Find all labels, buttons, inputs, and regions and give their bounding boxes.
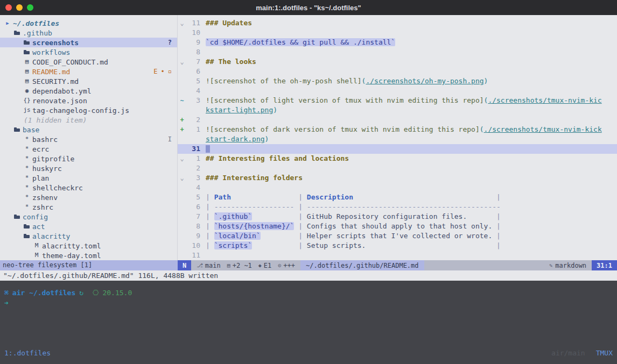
- editor-line[interactable]: ~3![screenshot of light version of tmux …: [178, 96, 617, 105]
- line-text: | `scripts` | Setup scripts. |: [206, 241, 617, 251]
- editor-buffer[interactable]: ⌄11### Updates109`cd $HOME/.dotfiles && …: [178, 15, 617, 260]
- traffic-lights: [5, 4, 33, 11]
- close-button[interactable]: [5, 4, 12, 11]
- folder-open-icon: [13, 28, 22, 38]
- text-segment: ### Interesting folders: [206, 174, 303, 182]
- tree-item-theme-day.toml[interactable]: Mtheme-day.toml: [0, 251, 177, 260]
- text-segment: start-dark.png: [206, 135, 265, 143]
- editor-line[interactable]: 10: [178, 28, 617, 38]
- text-segment: [252, 212, 298, 220]
- editor-line[interactable]: 7| `.github` | GitHub Repository configu…: [178, 212, 617, 222]
- editor-line[interactable]: +2: [178, 115, 617, 125]
- tree-item-label: gitprofile: [31, 155, 74, 163]
- editor-line[interactable]: 4: [178, 183, 617, 192]
- statusline-file-path: ~/.dotfiles/.github/README.md: [300, 260, 424, 270]
- line-text: ### Updates: [206, 18, 617, 28]
- gutter-marker: [178, 67, 186, 76]
- shell-pane[interactable]: ⌘air ~/.dotfiles↻⎔20.15.0 ➜ 1:.dotfiles …: [0, 281, 617, 364]
- neo-tree-statusline: neo-tree filesystem [1]: [0, 260, 178, 270]
- editor-line[interactable]: +1![screenshot of dark version of tmux w…: [178, 125, 617, 134]
- tree-item-alacritty.toml[interactable]: Malacritty.toml: [0, 241, 177, 251]
- lsp-status-icon: ⊙: [278, 262, 281, 268]
- tree-item-label: plan: [31, 174, 49, 182]
- dotfile-icon: *: [23, 202, 31, 212]
- tree-item-base[interactable]: base: [0, 125, 177, 134]
- tree-item-zshenv[interactable]: *zshenv: [0, 192, 177, 202]
- line-text: | ------------------- | ----------------…: [206, 202, 617, 212]
- text-segment: |: [298, 222, 307, 230]
- gutter-marker: [178, 134, 186, 144]
- text-segment: `local/bin`: [214, 232, 261, 240]
- editor-line[interactable]: 5| Path | Description |: [178, 192, 617, 202]
- tree-item-tag-changelog-config.js[interactable]: jstag-changelog-config.js: [0, 105, 177, 115]
- tree-item-label: zshenv: [31, 194, 58, 202]
- editor-line[interactable]: ⌄11### Updates: [178, 18, 617, 28]
- tree-item-act[interactable]: act: [0, 222, 177, 231]
- folder-icon: [23, 38, 31, 47]
- tree-item-renovate.json[interactable]: {}renovate.json: [0, 96, 177, 105]
- tree-item-label: config: [22, 213, 48, 221]
- markdown-file-icon: ▤: [23, 67, 31, 76]
- line-number: 10: [186, 28, 200, 38]
- gutter-marker: [178, 105, 186, 115]
- editor-line[interactable]: 8| `hosts/{hostname}/` | Configs that sh…: [178, 222, 617, 231]
- editor-line[interactable]: 10| `scripts` | Setup scripts. |: [178, 241, 617, 251]
- tmux-window-name[interactable]: 1:.dotfiles: [4, 348, 51, 358]
- nvim-window: ▶~/.dotfiles.githubscreenshots?workflows…: [0, 15, 617, 260]
- editor-line[interactable]: 9| `local/bin` | Helper scripts that I'v…: [178, 231, 617, 241]
- prompt-path: air ~/.dotfiles: [12, 288, 75, 298]
- text-segment: ![screenshot of the oh-my-posh shell]: [206, 77, 362, 85]
- editor-line[interactable]: 9`cd $HOME/.dotfiles && git pull && ./in…: [178, 38, 617, 47]
- tree-item-zshrc[interactable]: *zshrc: [0, 202, 177, 212]
- tree-item-workflows[interactable]: workflows: [0, 47, 177, 57]
- tree-item--1-hidden-item-[interactable]: (1 hidden item): [0, 115, 177, 125]
- editor-line[interactable]: 11: [178, 251, 617, 260]
- tree-item-.github[interactable]: .github: [0, 28, 177, 38]
- tree-item-huskyrc[interactable]: *huskyrc: [0, 163, 177, 173]
- editor-line[interactable]: ⌄1## Interesting files and locations: [178, 154, 617, 163]
- tree-item--.dotfiles[interactable]: ▶~/.dotfiles: [0, 18, 177, 28]
- tree-item-label: CODE_OF_CONDUCT.md: [31, 58, 108, 66]
- dotfile-icon: *: [23, 134, 31, 144]
- diagnostics-error-segment: ◆E1: [258, 262, 271, 269]
- tree-item-bashrc[interactable]: *bashrcI: [0, 134, 177, 144]
- tree-item-gitprofile[interactable]: *gitprofile: [0, 154, 177, 163]
- tree-item-plan[interactable]: *plan: [0, 173, 177, 183]
- editor-line[interactable]: 4: [178, 86, 617, 96]
- dotfile-icon: *: [23, 163, 31, 173]
- minimize-button[interactable]: [16, 4, 23, 11]
- tree-item-screenshots[interactable]: screenshots?: [0, 38, 177, 47]
- statusline-row: neo-tree filesystem [1] N ⎇main▤+2 ~1◆E1…: [0, 260, 617, 270]
- tree-item-shellcheckrc[interactable]: *shellcheckrc: [0, 183, 177, 192]
- gutter-marker: [178, 86, 186, 96]
- tree-item-readme.md[interactable]: ▤README.mdE•▫: [0, 67, 177, 76]
- editor-cursor-line[interactable]: 31: [178, 144, 617, 154]
- editor-line[interactable]: 5![screenshot of the oh-my-posh shell](.…: [178, 76, 617, 86]
- tree-item-ecrc[interactable]: *ecrc: [0, 144, 177, 154]
- line-number: 5: [186, 192, 200, 202]
- gutter-marker: [178, 144, 186, 154]
- editor-line[interactable]: ⌄3### Interesting folders: [178, 173, 617, 183]
- editor-line[interactable]: ⌄7## The looks: [178, 57, 617, 67]
- line-number: 10: [186, 241, 200, 251]
- editor-line[interactable]: 2: [178, 163, 617, 173]
- editor-line[interactable]: kstart-light.png): [178, 105, 617, 115]
- gitsign-changed-icon: ~: [178, 96, 186, 105]
- prompt-arrow: ➜: [4, 298, 613, 308]
- editor-line[interactable]: 8: [178, 47, 617, 57]
- editor-line[interactable]: start-dark.png): [178, 134, 617, 144]
- editor-line[interactable]: 6| ------------------- | ---------------…: [178, 202, 617, 212]
- line-text: kstart-light.png): [206, 105, 617, 115]
- tree-item-dependabot.yml[interactable]: ◉dependabot.yml: [0, 86, 177, 96]
- text-segment: Path: [214, 193, 231, 201]
- editor-line[interactable]: 6: [178, 67, 617, 76]
- gutter-marker: [178, 192, 186, 202]
- error-badge: E: [153, 68, 157, 75]
- tree-item-label: bashrc: [31, 135, 58, 144]
- tree-item-alacritty[interactable]: alacritty: [0, 231, 177, 241]
- cursor-block: [206, 145, 210, 153]
- tree-item-code-of-conduct.md[interactable]: ▤CODE_OF_CONDUCT.md: [0, 57, 177, 67]
- tree-item-security.md[interactable]: ▤SECURITY.md: [0, 76, 177, 86]
- tree-item-config[interactable]: config: [0, 212, 177, 222]
- fullscreen-button[interactable]: [27, 4, 33, 11]
